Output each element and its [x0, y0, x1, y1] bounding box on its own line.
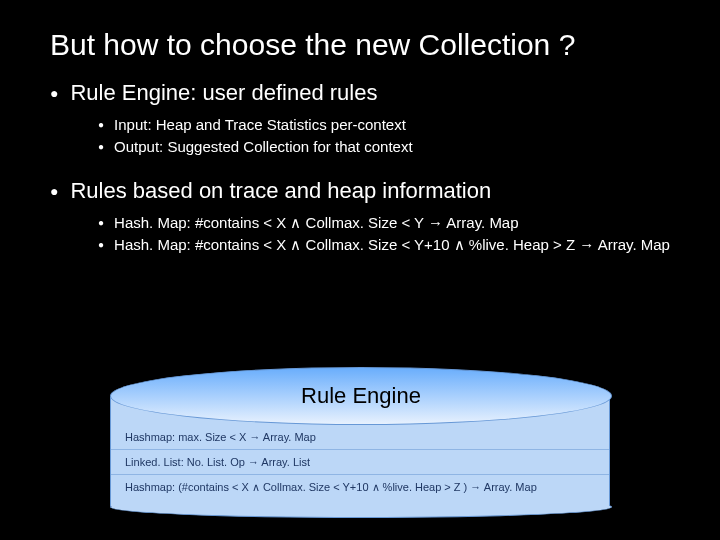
rule-engine-diagram: Rule Engine Hashmap: max. Size < X → Arr… [110, 367, 610, 518]
rule-line: Hashmap: (#contains < X ∧ Collmax. Size … [111, 475, 609, 500]
slide: But how to choose the new Collection ? ●… [0, 0, 720, 540]
bullet-icon: ● [98, 236, 104, 254]
sub-list: ● Input: Heap and Trace Statistics per-c… [98, 116, 670, 156]
bullet-text: Rules based on trace and heap informatio… [70, 178, 491, 204]
sub-bullet-text: Output: Suggested Collection for that co… [114, 138, 413, 155]
rule-engine-title: Rule Engine [301, 383, 421, 409]
bullet-icon: ● [98, 214, 104, 232]
list-item: ● Hash. Map: #contains < X ∧ Collmax. Si… [98, 236, 670, 254]
slide-title: But how to choose the new Collection ? [50, 28, 670, 62]
rule-line: Hashmap: max. Size < X → Array. Map [111, 425, 609, 449]
list-item: ● Input: Heap and Trace Statistics per-c… [98, 116, 670, 134]
bullet-icon: ● [98, 138, 104, 156]
bullet-icon: ● [50, 178, 58, 204]
rule-line: Linked. List: No. List. Op → Array. List [111, 450, 609, 474]
bullet-icon: ● [98, 116, 104, 134]
sub-bullet-text: Hash. Map: #contains < X ∧ Collmax. Size… [114, 236, 670, 254]
list-item: ● Hash. Map: #contains < X ∧ Collmax. Si… [98, 214, 670, 232]
list-item: ● Rules based on trace and heap informat… [50, 178, 670, 254]
list-item: ● Rule Engine: user defined rules ● Inpu… [50, 80, 670, 156]
sub-bullet-text: Hash. Map: #contains < X ∧ Collmax. Size… [114, 214, 519, 232]
bullet-text: Rule Engine: user defined rules [70, 80, 377, 106]
bullet-list: ● Rule Engine: user defined rules ● Inpu… [50, 80, 670, 254]
list-item: ● Output: Suggested Collection for that … [98, 138, 670, 156]
rule-engine-header: Rule Engine [110, 367, 612, 425]
sub-list: ● Hash. Map: #contains < X ∧ Collmax. Si… [98, 214, 670, 254]
bullet-icon: ● [50, 80, 58, 106]
sub-bullet-text: Input: Heap and Trace Statistics per-con… [114, 116, 406, 133]
